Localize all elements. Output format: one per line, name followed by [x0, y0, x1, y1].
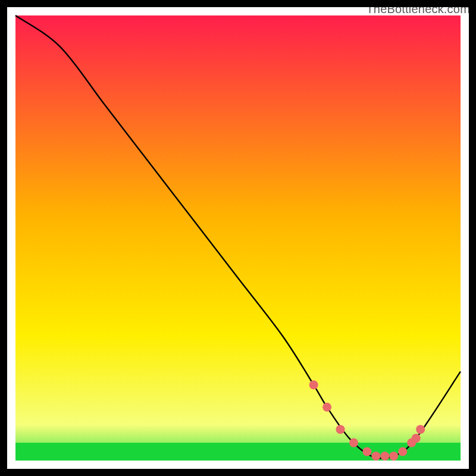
highlight-dot: [322, 403, 331, 412]
highlight-dot: [336, 425, 345, 434]
bottleneck-chart: [0, 0, 476, 476]
highlight-dot: [309, 380, 318, 389]
highlight-dot: [349, 439, 358, 447]
highlight-dot: [398, 447, 407, 456]
highlight-dot: [416, 425, 425, 434]
highlight-dot: [412, 434, 421, 443]
highlight-dot: [389, 452, 398, 461]
highlight-dot: [380, 452, 389, 461]
highlight-dot: [371, 452, 380, 461]
highlight-dot: [362, 447, 371, 456]
gradient-background: [15, 15, 461, 461]
